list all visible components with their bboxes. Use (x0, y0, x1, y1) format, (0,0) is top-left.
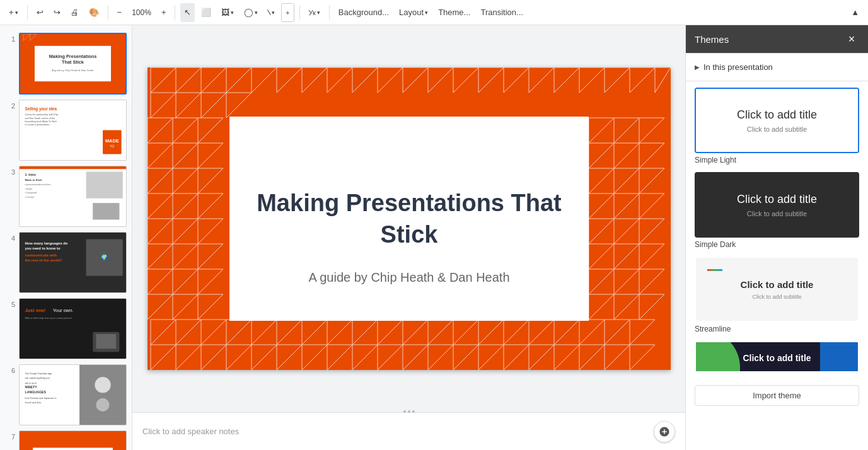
themes-close-btn[interactable]: × (844, 32, 859, 47)
handle-dot-2 (408, 410, 410, 413)
line-tool-btn[interactable]: / ▾ (264, 3, 279, 22)
transition-btn[interactable]: Transition... (477, 3, 526, 22)
background-label: Background... (339, 8, 389, 17)
canvas-area: Making Presentations That Stick A guide … (132, 25, 685, 450)
svg-rect-24 (86, 171, 123, 198)
notes-drag-handle[interactable] (403, 410, 415, 413)
slide-thumb-5[interactable]: Just one! Your own. With a little help f… (19, 298, 127, 359)
theme-fourth-card[interactable]: Click to add title (695, 341, 859, 372)
theme-simple-light-card[interactable]: Click to add title Click to add subtitle (695, 88, 859, 153)
notes-area: Click to add speaker notes (132, 412, 685, 450)
svg-text:Selling your idea: Selling your idea (25, 107, 57, 112)
svg-text:Create the partnership with Ch: Create the partnership with Chip (25, 113, 58, 116)
paint-format-btn[interactable]: 🎨 (85, 3, 103, 22)
svg-text:1. Intro: 1. Intro (25, 173, 36, 176)
notes-placeholder[interactable]: Click to add speaker notes (142, 427, 239, 436)
svg-text:A guide by Chip Heath & Dan He: A guide by Chip Heath & Dan Heath (308, 270, 509, 284)
theme-btn[interactable]: Theme... (434, 3, 474, 22)
svg-text:Made to Stick: Made to Stick (25, 178, 42, 182)
notes-add-btn[interactable] (654, 421, 675, 442)
slide-number-5: 5 (5, 298, 15, 308)
svg-text:Czech and Zulu: Czech and Zulu (25, 401, 41, 404)
themes-section-toggle[interactable]: ▶ In this presentation (695, 60, 859, 74)
slide-thumb-3[interactable]: 1. Intro Made to Stick a great presentat… (19, 166, 127, 227)
select-tool-btn[interactable]: ⬜ (197, 3, 215, 22)
shape-tool-btn[interactable]: ◯ ▾ (240, 3, 262, 22)
slide-number-7: 7 (5, 430, 15, 441)
svg-text:🌍: 🌍 (101, 254, 108, 261)
slide-thumb-4[interactable]: How many languages do you need to know t… (19, 232, 127, 293)
slide-item-2[interactable]: 2 Selling your idea Create the partnersh… (0, 97, 132, 163)
slide-thumb-7[interactable]: 2. Examples (19, 430, 127, 450)
theme-simple-dark-wrapper: Click to add title Click to add subtitle… (695, 172, 859, 249)
zoom-out-btn[interactable]: − (113, 3, 126, 22)
text-style-dropdown: ▾ (317, 9, 320, 16)
svg-text:Your own.: Your own. (53, 308, 74, 313)
theme-streamline-subtitle: Click to add subtitle (752, 294, 801, 300)
shape-icon: ◯ (244, 8, 253, 17)
image-icon: 🖼 (221, 8, 229, 17)
theme-streamline-card[interactable]: Click to add title Click to add subtitle (695, 257, 859, 322)
slide-thumb-2[interactable]: Selling your idea Create the partnership… (19, 100, 127, 161)
layout-dropdown-icon: ▾ (425, 9, 428, 16)
theme-simple-light-wrapper: Click to add title Click to add subtitle… (695, 88, 859, 164)
slide-background-pattern: Making Presentations That Stick A guide … (148, 67, 671, 370)
image-dropdown-icon: ▾ (231, 9, 234, 16)
undo-btn[interactable]: ↩ (33, 3, 47, 22)
import-theme-btn[interactable]: Import theme (695, 385, 859, 406)
cursor-icon: ↖ (184, 8, 191, 17)
collapse-toolbar-btn[interactable]: ▲ (847, 3, 863, 22)
redo-icon: ↪ (54, 8, 61, 17)
divider-2 (108, 5, 108, 20)
svg-text:to create a presentation...: to create a presentation... (25, 124, 51, 126)
svg-text:communicate with: communicate with (25, 253, 57, 257)
svg-rect-50 (20, 431, 126, 450)
background-btn[interactable]: Background... (335, 3, 393, 22)
text-style-label: Ук (309, 9, 316, 16)
image-tool-btn[interactable]: 🖼 ▾ (217, 3, 238, 22)
slide-item-1[interactable]: 1 Making Presentations That Stick (0, 30, 132, 97)
slide-item-7[interactable]: 7 2. Examples (0, 428, 132, 450)
svg-text:from German and Japanese to: from German and Japanese to (25, 397, 56, 400)
svg-text:the rest of the world?: the rest of the world? (25, 259, 62, 263)
text-style-btn[interactable]: Ук ▾ (305, 3, 324, 22)
svg-point-48 (95, 377, 110, 393)
svg-rect-25 (93, 203, 119, 219)
themes-in-presentation: ▶ In this presentation (686, 54, 868, 81)
redo-btn[interactable]: ↪ (50, 3, 64, 22)
slide-number-1: 1 (5, 33, 15, 43)
slide-item-5[interactable]: 5 Just one! Your own. With a little help… (0, 296, 132, 362)
comment-tool-btn[interactable]: + (281, 3, 294, 22)
theme-simple-light-title: Click to add title (737, 108, 817, 122)
themes-section-label: In this presentation (703, 62, 773, 72)
themes-title: Themes (695, 34, 729, 45)
svg-text:and Dan Heath, author of the: and Dan Heath, author of the (25, 117, 55, 120)
slides-panel: 1 Making Presentations That Stick (0, 25, 132, 450)
theme-simple-dark-card[interactable]: Click to add title Click to add subtitle (695, 172, 859, 238)
canvas-scroll: Making Presentations That Stick A guide … (132, 25, 685, 412)
svg-text:TO: TO (110, 144, 114, 148)
svg-text:That Stick: That Stick (62, 59, 84, 65)
slide-number-4: 4 (5, 232, 15, 242)
slide-item-3[interactable]: 3 1. Intro Made to Stick a great present… (0, 163, 132, 229)
svg-text:Making Presentations That: Making Presentations That (257, 190, 562, 216)
slide-item-6[interactable]: 6 The Google Translate app can repeat an… (0, 362, 132, 428)
print-btn[interactable]: 🖨 (67, 3, 83, 22)
theme-simple-light-label: Simple Light (695, 156, 859, 164)
zoom-in-btn[interactable]: + (158, 3, 170, 22)
zoom-in-icon: + (161, 8, 166, 17)
cursor-tool-btn[interactable]: ↖ (180, 3, 195, 22)
theme-fourth-wrapper: Click to add title (695, 341, 859, 372)
slide-number-6: 6 (5, 364, 15, 374)
slide-item-4[interactable]: 4 How many languages do you need to know… (0, 229, 132, 296)
svg-text:bestselling book Made To Stick: bestselling book Made To Stick (25, 120, 57, 123)
slide-thumb-6[interactable]: The Google Translate app can repeat anyt… (19, 364, 127, 425)
layout-btn[interactable]: Layout ▾ (395, 3, 432, 22)
slide-canvas[interactable]: Making Presentations That Stick A guide … (148, 67, 671, 370)
fourth-shape-green (695, 341, 740, 372)
new-btn[interactable]: + ▾ (5, 3, 22, 22)
slide-thumb-1[interactable]: Making Presentations That Stick A guide … (19, 33, 127, 95)
svg-text:How many languages do: How many languages do (25, 241, 67, 245)
divider-4 (299, 5, 300, 20)
svg-text:you need to know to: you need to know to (25, 247, 60, 251)
